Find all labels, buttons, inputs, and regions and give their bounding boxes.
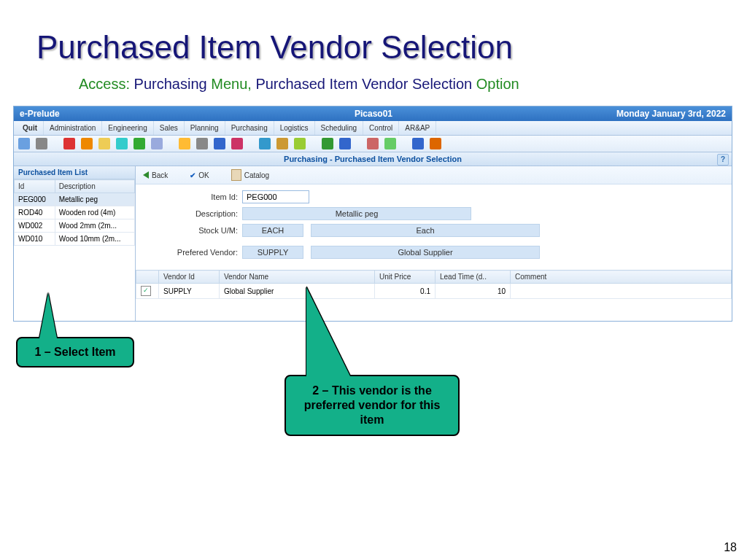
pie-icon[interactable] [231,138,243,149]
menu-quit[interactable]: Quit [17,121,44,135]
print-icon[interactable] [36,138,47,149]
menu-control[interactable]: Control [363,121,399,135]
app-window: e-Prelude Picaso01 Monday January 3rd, 2… [13,106,732,322]
catalog-button[interactable]: Catalog [231,169,269,181]
back-label: Back [152,171,168,179]
item-list-title: Purchased Item List [14,166,135,179]
money-icon[interactable] [322,138,333,149]
green-icon[interactable] [133,138,145,149]
home-icon[interactable] [18,138,30,149]
vendor-name: Global Supplier [311,246,540,259]
help-icon[interactable]: ? [717,154,729,166]
grid-icon[interactable] [196,138,208,149]
vendor-col-3[interactable]: Unit Price [375,271,436,284]
ok-button[interactable]: ✔OK [190,171,209,179]
app-user: Picaso01 [0,109,747,119]
access-path-2: Purchased Item Vendor Selection [255,76,472,92]
callout-2-text: 2 – This vendor is the preferred vendor … [304,384,441,426]
vendor-col-5[interactable]: Comment [511,271,732,284]
vendor-check-icon[interactable]: ✓ [141,286,151,296]
bars-icon[interactable] [214,138,225,149]
menu-scheduling[interactable]: Scheduling [315,121,363,135]
menu-administration[interactable]: Administration [44,121,102,135]
clock-icon[interactable] [151,138,163,149]
vendor-col-4[interactable]: Lead Time (d.. [436,271,511,284]
item-row[interactable]: WD010Wood 10mm (2m... [15,233,135,246]
description-label: Description: [143,209,242,218]
catalog-icon [231,169,241,181]
callout-select-item: 1 – Select Item [16,337,134,368]
cyan-icon[interactable] [116,138,128,149]
sun-icon[interactable] [179,138,190,149]
vendor-col-2[interactable]: Vendor Name [220,271,375,284]
item-id-label: Item Id: [143,192,242,201]
card-icon[interactable] [339,138,351,149]
up-icon[interactable] [430,138,441,149]
vendor-col-1[interactable]: Vendor Id [159,271,220,284]
cart-icon[interactable] [259,138,271,149]
stock-desc: Each [311,224,540,237]
col-desc[interactable]: Description [55,180,134,193]
section-title: Purchasing - Purchased Item Vendor Selec… [14,152,732,166]
orange-icon[interactable] [81,138,93,149]
access-line: Access: Purchasing Menu, Purchased Item … [79,76,711,93]
back-arrow-icon [143,171,149,179]
box-icon[interactable] [276,138,288,149]
access-option-word: Option [476,76,519,92]
menu-sales[interactable]: Sales [154,121,185,135]
menu-logistics[interactable]: Logistics [274,121,315,135]
stock-label: Stock U/M: [143,226,242,235]
callout-tail [306,287,350,376]
back-button[interactable]: Back [143,171,168,179]
toolbar [14,136,732,152]
action-bar: Back ✔OK Catalog [136,166,732,184]
folder-icon[interactable] [98,138,110,149]
vendor-col-0[interactable] [136,271,159,284]
user2-icon[interactable] [384,138,396,149]
catalog-label: Catalog [244,171,269,179]
callout-1-text: 1 – Select Item [34,346,115,358]
menu-arap[interactable]: AR&AP [399,121,436,135]
vendor-row[interactable]: ✓SUPPLYGlobal Supplier0.110 [136,284,732,299]
vendor-grid[interactable]: Vendor IdVendor NameUnit PriceLead Time … [136,270,732,299]
stock-code: EACH [242,224,303,237]
slide-title: Purchased Item Vendor Selection [36,29,711,66]
item-list-panel: Purchased Item List Id Description PEG00… [14,166,136,321]
vendor-label: Prefered Vendor: [143,248,242,257]
red-icon[interactable] [63,138,75,149]
item-form: Item Id: Description: Metallic peg Stock… [136,184,732,267]
item-row[interactable]: ROD40Wooden rod (4m) [15,206,135,219]
app-titlebar: e-Prelude Picaso01 Monday January 3rd, 2… [14,106,732,121]
box2-icon[interactable] [294,138,306,149]
page-number: 18 [724,541,737,554]
menu-purchasing[interactable]: Purchasing [225,121,274,135]
access-path-1: Purchasing [134,76,207,92]
check-icon: ✔ [190,171,196,179]
item-id-input[interactable] [242,190,309,203]
user-icon[interactable] [367,138,379,149]
help-icon[interactable] [412,138,424,149]
menu-planning[interactable]: Planning [185,121,225,135]
menu-engineering[interactable]: Engineering [102,121,153,135]
section-title-text: Purchasing - Purchased Item Vendor Selec… [284,155,462,163]
callout-preferred-vendor: 2 – This vendor is the preferred vendor … [285,375,460,436]
access-label: Access: [79,76,130,92]
menu-bar: QuitAdministrationEngineeringSalesPlanni… [14,121,732,136]
item-row[interactable]: PEG000Metallic peg [15,193,135,206]
main-panel: Back ✔OK Catalog Item Id: Description: M… [136,166,732,321]
col-id[interactable]: Id [15,180,55,193]
description-value: Metallic peg [242,207,471,220]
item-row[interactable]: WD002Wood 2mm (2m... [15,219,135,233]
item-list-grid[interactable]: Id Description PEG000Metallic pegROD40Wo… [14,179,135,246]
ok-label: OK [198,171,209,179]
callout-tail [39,293,57,338]
vendor-code: SUPPLY [242,246,303,259]
access-menu-word: Menu, [211,76,252,92]
